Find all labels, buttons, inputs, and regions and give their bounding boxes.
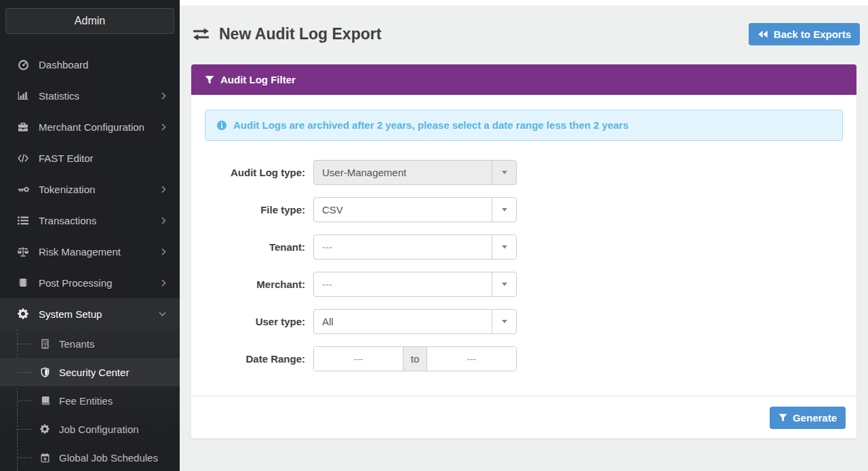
chevron-right-icon xyxy=(161,123,166,131)
caret-down-icon xyxy=(502,171,507,174)
file-type-select[interactable]: CSV xyxy=(313,197,517,222)
filter-icon xyxy=(778,413,787,422)
chevron-right-icon xyxy=(161,92,166,100)
shield-icon xyxy=(39,367,51,377)
info-alert: Audit Logs are archived after 2 years, p… xyxy=(205,110,843,141)
page-title: New Audit Log Export xyxy=(192,25,381,43)
tenant-value: --- xyxy=(314,241,492,253)
form-row-merchant: Merchant: --- xyxy=(205,272,843,297)
audit-log-type-value: User-Management xyxy=(314,167,492,178)
caret-box xyxy=(492,161,516,184)
sidebar-subitem-tenants[interactable]: Tenants xyxy=(0,329,180,358)
form-row-audit-log-type: Audit Log type: User-Management xyxy=(205,160,843,185)
back-to-exports-label: Back to Exports xyxy=(774,28,851,41)
filter-icon xyxy=(205,75,214,85)
briefcase-icon xyxy=(16,122,30,132)
user-type-label: User type: xyxy=(205,316,305,327)
panel-footer: Generate xyxy=(191,396,856,438)
caret-box xyxy=(492,198,516,222)
date-to-input[interactable]: --- xyxy=(427,347,516,371)
sidebar-item-merchant-configuration[interactable]: Merchant Configuration xyxy=(0,111,180,142)
sidebar-subitem-label: Security Center xyxy=(59,367,129,378)
panel-title: Audit Log Filter xyxy=(220,74,296,85)
page-header: New Audit Log Export Back to Exports xyxy=(180,5,868,64)
sidebar-subitem-label: Fee Entities xyxy=(59,395,113,407)
chevron-right-icon xyxy=(161,279,166,287)
panel-body: Audit Logs are archived after 2 years, p… xyxy=(191,95,856,396)
generate-button[interactable]: Generate xyxy=(770,407,846,429)
caret-box xyxy=(492,272,516,296)
sidebar-item-label: Risk Management xyxy=(39,246,121,258)
sidebar-item-label: Post Processing xyxy=(39,277,112,289)
calendar-x-icon xyxy=(39,453,51,463)
sidebar-item-label: Transactions xyxy=(39,215,96,226)
file-type-label: File type: xyxy=(205,204,305,216)
sidebar-item-label: System Setup xyxy=(39,308,102,320)
sidebar-nav: Dashboard Statistics Merchant Configurat… xyxy=(0,49,180,471)
back-to-exports-button[interactable]: Back to Exports xyxy=(749,23,860,45)
chevron-right-icon xyxy=(161,217,166,224)
caret-down-icon xyxy=(502,320,507,323)
chevron-right-icon xyxy=(161,248,166,255)
microchip-icon xyxy=(16,277,30,288)
system-setup-submenu: Tenants Security Center Fee Entities Job… xyxy=(0,329,180,471)
bar-chart-icon xyxy=(16,90,30,101)
gear-icon xyxy=(16,308,30,319)
info-alert-text: Audit Logs are archived after 2 years, p… xyxy=(233,119,629,131)
sidebar-item-label: Dashboard xyxy=(39,59,88,70)
list-icon xyxy=(16,216,30,225)
sidebar-subitem-fee-entities[interactable]: Fee Entities xyxy=(0,386,180,415)
sidebar-item-transactions[interactable]: Transactions xyxy=(0,205,180,236)
sidebar-item-tokenization[interactable]: Tokenization xyxy=(0,173,180,205)
caret-down-icon xyxy=(502,245,507,249)
sidebar-item-post-processing[interactable]: Post Processing xyxy=(0,267,180,298)
info-circle-icon xyxy=(216,120,227,131)
sidebar-item-label: FAST Editor xyxy=(39,152,94,164)
sidebar-item-label: Tokenization xyxy=(39,184,95,195)
user-type-select[interactable]: All xyxy=(313,309,517,334)
caret-down-icon xyxy=(502,283,507,286)
audit-log-type-select[interactable]: User-Management xyxy=(313,160,517,185)
date-range-separator: to xyxy=(403,347,427,371)
form-row-date-range: Date Range: --- to --- xyxy=(205,346,843,371)
form-row-file-type: File type: CSV xyxy=(205,197,843,222)
merchant-value: --- xyxy=(314,279,492,290)
file-type-value: CSV xyxy=(314,204,492,216)
sidebar-subitem-global-job-schedules[interactable]: Global Job Schedules xyxy=(0,443,180,471)
sidebar-subitem-job-configuration[interactable]: Job Configuration xyxy=(0,415,180,443)
date-range-label: Date Range: xyxy=(205,353,305,365)
form-row-user-type: User type: All xyxy=(205,309,843,334)
admin-brand-button[interactable]: Admin xyxy=(5,8,174,34)
main-content: New Audit Log Export Back to Exports Aud… xyxy=(180,0,868,471)
caret-box xyxy=(492,235,516,259)
tenant-select[interactable]: --- xyxy=(313,234,517,260)
balance-scale-icon xyxy=(16,247,30,257)
merchant-label: Merchant: xyxy=(205,279,305,290)
sidebar: Admin Dashboard Statistics Merchant Conf… xyxy=(0,0,180,471)
form-row-tenant: Tenant: --- xyxy=(205,234,843,260)
merchant-select[interactable]: --- xyxy=(313,272,517,297)
caret-down-icon xyxy=(502,208,507,211)
dashboard-icon xyxy=(16,59,30,70)
panel-header: Audit Log Filter xyxy=(191,64,856,95)
sidebar-item-label: Statistics xyxy=(39,90,79,102)
sidebar-item-risk-management[interactable]: Risk Management xyxy=(0,236,180,267)
sidebar-item-dashboard[interactable]: Dashboard xyxy=(0,49,180,80)
generate-label: Generate xyxy=(793,411,837,424)
sidebar-subitem-security-center[interactable]: Security Center xyxy=(0,358,180,386)
sidebar-item-system-setup[interactable]: System Setup xyxy=(0,298,180,329)
chevron-down-icon xyxy=(159,312,166,316)
sidebar-item-label: Merchant Configuration xyxy=(39,121,144,133)
page-title-text: New Audit Log Export xyxy=(219,25,381,43)
caret-box xyxy=(492,310,516,333)
code-icon xyxy=(16,154,30,163)
backward-icon xyxy=(757,30,768,39)
exchange-icon xyxy=(192,27,210,41)
admin-brand-label: Admin xyxy=(75,15,105,27)
gear-icon xyxy=(39,424,51,434)
date-from-input[interactable]: --- xyxy=(314,347,403,371)
sidebar-item-fast-editor[interactable]: FAST Editor xyxy=(0,142,180,173)
building-icon xyxy=(39,339,51,349)
sidebar-subitem-label: Tenants xyxy=(59,338,95,350)
sidebar-item-statistics[interactable]: Statistics xyxy=(0,80,180,111)
